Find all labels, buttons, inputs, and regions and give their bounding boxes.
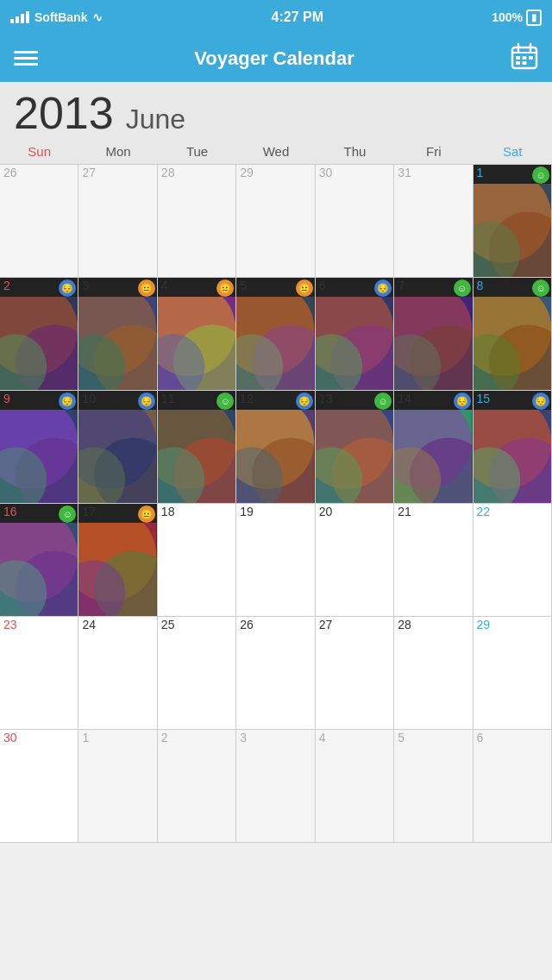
day-headers-row: Sun Mon Tue Wed Thu Fri Sat xyxy=(0,142,552,165)
svg-rect-8 xyxy=(522,61,526,65)
calendar-cell[interactable]: 12😔 xyxy=(236,391,315,504)
cell-artwork xyxy=(78,410,156,503)
mood-badge: 😔 xyxy=(532,393,549,410)
day-number: 4 xyxy=(316,730,329,746)
day-number: 26 xyxy=(0,165,21,181)
calendar-cell[interactable]: 1 xyxy=(78,730,157,843)
day-number: 1 xyxy=(474,165,487,181)
calendar-cell[interactable]: 29 xyxy=(236,165,315,278)
calendar-cell[interactable]: 10😔 xyxy=(78,391,157,504)
svg-rect-48 xyxy=(474,297,551,390)
calendar-cell[interactable]: 3 xyxy=(236,730,315,843)
svg-rect-5 xyxy=(522,56,526,60)
cell-artwork xyxy=(158,410,235,503)
calendar-cell[interactable]: 2😔 xyxy=(0,278,78,391)
cell-artwork xyxy=(0,410,78,503)
svg-rect-83 xyxy=(474,410,551,503)
calendar-cell[interactable]: 17😐 xyxy=(78,504,157,617)
header-fri: Fri xyxy=(394,142,473,160)
day-number: 11 xyxy=(158,391,179,407)
day-number: 6 xyxy=(474,730,487,746)
svg-rect-88 xyxy=(0,523,78,616)
mood-badge: 😐 xyxy=(216,280,234,297)
mood-badge: ☺ xyxy=(454,280,471,297)
calendar-cell[interactable]: 28 xyxy=(158,165,236,278)
calendar-cell[interactable]: 3😐 xyxy=(78,278,157,391)
day-number: 9 xyxy=(0,391,14,407)
day-number: 12 xyxy=(236,391,257,407)
day-number: 2 xyxy=(0,278,14,294)
calendar-cell[interactable]: 19 xyxy=(236,504,315,617)
calendar-cell[interactable]: 30 xyxy=(0,730,78,843)
day-number: 5 xyxy=(236,278,250,294)
calendar-cell[interactable]: 20 xyxy=(316,504,394,617)
svg-rect-18 xyxy=(0,297,78,390)
day-number: 22 xyxy=(474,504,494,520)
calendar-cell[interactable]: 24 xyxy=(78,617,157,730)
calendar-cell[interactable]: 26 xyxy=(0,165,78,278)
svg-rect-78 xyxy=(394,410,472,503)
day-number: 4 xyxy=(158,278,172,294)
calendar-cell[interactable]: 2 xyxy=(158,730,236,843)
day-number: 24 xyxy=(78,617,99,633)
calendar-cell[interactable]: 6😔 xyxy=(316,278,394,391)
menu-button[interactable] xyxy=(14,51,38,66)
calendar-cell[interactable]: 31 xyxy=(394,165,473,278)
day-number: 10 xyxy=(78,391,99,407)
app-title: Voyager Calendar xyxy=(194,47,354,70)
mood-badge: 😔 xyxy=(138,393,155,410)
day-number: 27 xyxy=(78,165,99,181)
cell-artwork xyxy=(394,410,472,503)
mood-badge: 😔 xyxy=(296,393,313,410)
mood-badge: ☺ xyxy=(532,280,549,297)
status-left: SoftBank ∿ xyxy=(10,10,103,24)
day-number: 30 xyxy=(0,730,21,746)
calendar-cell[interactable]: 27 xyxy=(316,617,394,730)
header-sat: Sat xyxy=(474,142,552,160)
calendar-cell[interactable]: 7☺ xyxy=(394,278,473,391)
calendar-cell[interactable]: 8☺ xyxy=(474,278,552,391)
calendar-cell[interactable]: 4😐 xyxy=(158,278,236,391)
svg-rect-68 xyxy=(236,410,314,503)
calendar-cell[interactable]: 4 xyxy=(316,730,394,843)
calendar-cell[interactable]: 9😔 xyxy=(0,391,78,504)
svg-rect-7 xyxy=(516,61,520,65)
day-number: 19 xyxy=(236,504,257,520)
day-number: 15 xyxy=(474,391,494,407)
calendar-cell[interactable]: 23 xyxy=(0,617,78,730)
svg-rect-6 xyxy=(529,56,533,60)
day-number: 27 xyxy=(316,617,336,633)
header-tue: Tue xyxy=(158,142,236,160)
calendar-cell[interactable]: 15😔 xyxy=(474,391,552,504)
day-number: 25 xyxy=(158,617,179,633)
svg-rect-58 xyxy=(78,410,156,503)
calendar-cell[interactable]: 11☺ xyxy=(158,391,236,504)
day-number: 28 xyxy=(158,165,179,181)
calendar-view-button[interactable] xyxy=(511,42,538,75)
svg-rect-28 xyxy=(158,297,235,390)
day-number: 21 xyxy=(394,504,415,520)
calendar-cell[interactable]: 22 xyxy=(474,504,552,617)
calendar-cell[interactable]: 28 xyxy=(394,617,473,730)
svg-rect-53 xyxy=(0,410,78,503)
calendar-cell[interactable]: 6 xyxy=(474,730,552,843)
calendar-cell[interactable]: 5😐 xyxy=(236,278,315,391)
calendar-cell[interactable]: 29 xyxy=(474,617,552,730)
calendar-cell[interactable]: 21 xyxy=(394,504,473,617)
calendar-cell[interactable]: 1☺ xyxy=(474,165,552,278)
cell-artwork xyxy=(474,297,551,390)
calendar-cell[interactable]: 5 xyxy=(394,730,473,843)
svg-rect-13 xyxy=(474,184,551,277)
cell-artwork xyxy=(316,297,393,390)
calendar-cell[interactable]: 27 xyxy=(78,165,157,278)
status-bar: SoftBank ∿ 4:27 PM 100% ▮ xyxy=(0,0,552,35)
calendar-cell[interactable]: 14😔 xyxy=(394,391,473,504)
header-thu: Thu xyxy=(316,142,394,160)
calendar-cell[interactable]: 18 xyxy=(158,504,236,617)
calendar-cell[interactable]: 30 xyxy=(316,165,394,278)
cell-artwork xyxy=(394,297,472,390)
calendar-cell[interactable]: 16☺ xyxy=(0,504,78,617)
calendar-cell[interactable]: 26 xyxy=(236,617,315,730)
calendar-cell[interactable]: 25 xyxy=(158,617,236,730)
calendar-cell[interactable]: 13☺ xyxy=(316,391,394,504)
